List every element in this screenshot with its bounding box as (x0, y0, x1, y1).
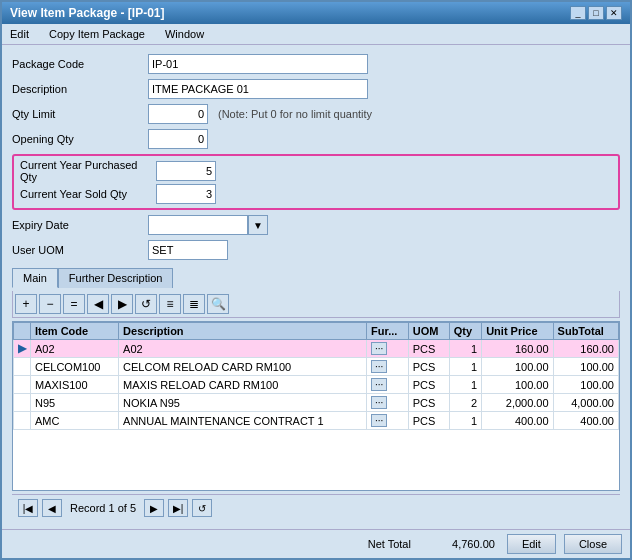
row-subtotal: 100.00 (553, 376, 618, 394)
menu-edit[interactable]: Edit (6, 26, 33, 42)
items-table-container: Item Code Description Fur... UOM Qty Uni… (12, 321, 620, 491)
user-uom-input[interactable] (148, 240, 228, 260)
row-subtotal: 160.00 (553, 340, 618, 358)
row-item-code: CELCOM100 (31, 358, 119, 376)
opening-qty-row: Opening Qty (12, 128, 620, 150)
list-button[interactable]: ≡ (159, 294, 181, 314)
main-window: View Item Package - [IP-01] _ □ ✕ Edit C… (0, 0, 632, 560)
expiry-date-label: Expiry Date (12, 219, 142, 231)
row-arrow (14, 394, 31, 412)
nav-bar: |◀ ◀ Record 1 of 5 ▶ ▶| ↺ (12, 494, 620, 521)
nav-record-text: Record 1 of 5 (66, 502, 140, 514)
qty-limit-row: Qty Limit (Note: Put 0 for no limit quan… (12, 103, 620, 125)
row-arrow: ▶ (14, 340, 31, 358)
row-uom: PCS (408, 376, 449, 394)
add-button[interactable]: + (15, 294, 37, 314)
opening-qty-input[interactable] (148, 129, 208, 149)
search-button[interactable]: 🔍 (207, 294, 229, 314)
opening-qty-label: Opening Qty (12, 133, 142, 145)
col-qty: Qty (449, 323, 481, 340)
row-arrow (14, 412, 31, 430)
table-row[interactable]: AMC ANNUAL MAINTENANCE CONTRACT 1 ··· PC… (14, 412, 619, 430)
row-qty: 1 (449, 412, 481, 430)
fur-button[interactable]: ··· (371, 360, 387, 373)
row-uom: PCS (408, 394, 449, 412)
nav-last-button[interactable]: ▶| (168, 499, 188, 517)
package-code-label: Package Code (12, 58, 142, 70)
row-uom: PCS (408, 340, 449, 358)
nav-next-button[interactable]: ▶ (144, 499, 164, 517)
current-year-purchased-label: Current Year Purchased Qty (20, 159, 150, 183)
row-description: NOKIA N95 (119, 394, 367, 412)
menu-copy-item-package[interactable]: Copy Item Package (45, 26, 149, 42)
package-code-input[interactable] (148, 54, 368, 74)
qty-limit-label: Qty Limit (12, 108, 142, 120)
expiry-date-row: Expiry Date ▼ (12, 214, 620, 236)
fur-button[interactable]: ··· (371, 414, 387, 427)
minus-button[interactable]: − (39, 294, 61, 314)
row-subtotal: 400.00 (553, 412, 618, 430)
user-uom-label: User UOM (12, 244, 142, 256)
row-description: MAXIS RELOAD CARD RM100 (119, 376, 367, 394)
current-year-purchased-input[interactable] (156, 161, 216, 181)
expiry-date-input[interactable] (148, 215, 248, 235)
maximize-button[interactable]: □ (588, 6, 604, 20)
row-item-code: A02 (31, 340, 119, 358)
title-bar-buttons: _ □ ✕ (570, 6, 622, 20)
row-fur: ··· (367, 358, 409, 376)
menu-window[interactable]: Window (161, 26, 208, 42)
nav-prev-button[interactable]: ◀ (42, 499, 62, 517)
minimize-button[interactable]: _ (570, 6, 586, 20)
row-description: A02 (119, 340, 367, 358)
current-year-sold-input[interactable] (156, 184, 216, 204)
fur-button[interactable]: ··· (371, 396, 387, 409)
user-uom-row: User UOM (12, 239, 620, 261)
col-uom: UOM (408, 323, 449, 340)
nav-first-button[interactable]: |◀ (18, 499, 38, 517)
window-title: View Item Package - [IP-01] (10, 6, 165, 20)
close-window-button[interactable]: ✕ (606, 6, 622, 20)
row-uom: PCS (408, 412, 449, 430)
fur-button[interactable]: ··· (371, 378, 387, 391)
row-fur: ··· (367, 394, 409, 412)
table-row[interactable]: CELCOM100 CELCOM RELOAD CARD RM100 ··· P… (14, 358, 619, 376)
tab-further-description[interactable]: Further Description (58, 268, 174, 288)
details-button[interactable]: ≣ (183, 294, 205, 314)
col-arrow (14, 323, 31, 340)
table-row[interactable]: ▶ A02 A02 ··· PCS 1 160.00 160.00 (14, 340, 619, 358)
table-row[interactable]: N95 NOKIA N95 ··· PCS 2 2,000.00 4,000.0… (14, 394, 619, 412)
qty-limit-input[interactable] (148, 104, 208, 124)
refresh-button[interactable]: ↺ (135, 294, 157, 314)
back-button[interactable]: ◀ (87, 294, 109, 314)
edit-button[interactable]: Edit (507, 534, 556, 554)
forward-button[interactable]: ▶ (111, 294, 133, 314)
row-unit-price: 2,000.00 (482, 394, 553, 412)
nav-refresh-button[interactable]: ↺ (192, 499, 212, 517)
description-input[interactable] (148, 79, 368, 99)
row-fur: ··· (367, 340, 409, 358)
toolbar: + − = ◀ ▶ ↺ ≡ ≣ 🔍 (12, 291, 620, 318)
row-item-code: MAXIS100 (31, 376, 119, 394)
row-qty: 1 (449, 340, 481, 358)
current-year-purchased-row: Current Year Purchased Qty (20, 159, 612, 183)
date-picker-button[interactable]: ▼ (248, 215, 268, 235)
row-fur: ··· (367, 376, 409, 394)
fur-button[interactable]: ··· (371, 342, 387, 355)
row-item-code: AMC (31, 412, 119, 430)
row-arrow (14, 376, 31, 394)
current-year-section: Current Year Purchased Qty Current Year … (12, 154, 620, 210)
row-arrow (14, 358, 31, 376)
table-row[interactable]: MAXIS100 MAXIS RELOAD CARD RM100 ··· PCS… (14, 376, 619, 394)
date-input-wrapper: ▼ (148, 215, 268, 235)
row-unit-price: 100.00 (482, 376, 553, 394)
title-bar: View Item Package - [IP-01] _ □ ✕ (2, 2, 630, 24)
row-description: CELCOM RELOAD CARD RM100 (119, 358, 367, 376)
package-code-row: Package Code (12, 53, 620, 75)
current-year-sold-row: Current Year Sold Qty (20, 183, 612, 205)
bottom-bar: Net Total 4,760.00 Edit Close (2, 529, 630, 558)
equals-button[interactable]: = (63, 294, 85, 314)
tab-main[interactable]: Main (12, 268, 58, 288)
row-qty: 1 (449, 358, 481, 376)
description-row: Description (12, 78, 620, 100)
close-button[interactable]: Close (564, 534, 622, 554)
